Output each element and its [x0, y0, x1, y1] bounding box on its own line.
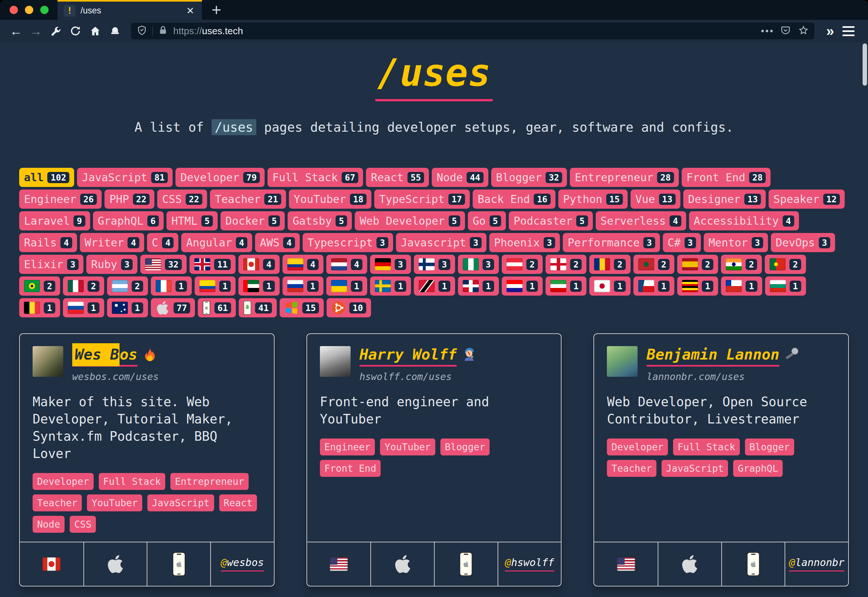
filter-flag-portugal[interactable]: 2: [765, 255, 806, 274]
filter-flag-mexico[interactable]: 2: [63, 276, 104, 296]
filter-apple[interactable]: 77: [151, 298, 195, 317]
filter-flag-bulgaria[interactable]: 1: [765, 276, 806, 296]
filter-typescript[interactable]: TypeScript17: [374, 190, 470, 209]
filter-serverless[interactable]: Serverless4: [596, 211, 686, 230]
filter-rails[interactable]: Rails4: [19, 233, 77, 252]
filter-html[interactable]: HTML5: [166, 211, 218, 230]
profile-tag-javascript[interactable]: JavaScript: [662, 460, 729, 477]
filter-php[interactable]: PHP22: [104, 190, 154, 209]
filter-flag-austria[interactable]: 2: [502, 255, 543, 274]
zoom-window-button[interactable]: [40, 6, 49, 14]
filter-c-[interactable]: C#3: [663, 233, 701, 252]
profile-uses-url[interactable]: wesbos.com/uses: [72, 371, 159, 382]
filter-flag-finland[interactable]: 3: [414, 255, 455, 274]
filter-writer[interactable]: Writer4: [80, 233, 144, 252]
filter-iphone[interactable]: 61: [198, 298, 236, 317]
forward-button[interactable]: →: [27, 23, 44, 39]
filter-flag-russia[interactable]: 1: [282, 276, 323, 296]
profile-tag-teacher[interactable]: Teacher: [33, 495, 82, 511]
hat-extension-icon[interactable]: [107, 23, 123, 39]
filter-teacher[interactable]: Teacher21: [210, 190, 286, 209]
filter-full-stack[interactable]: Full Stack67: [267, 168, 363, 187]
profile-name-link[interactable]: Wes Bos: [72, 346, 137, 367]
filter-angular[interactable]: Angular4: [181, 233, 252, 252]
filter-all[interactable]: all102: [19, 168, 74, 187]
filter-python[interactable]: Python15: [558, 190, 628, 209]
profile-tag-blogger[interactable]: Blogger: [745, 438, 794, 456]
filter-flag-united-arab-emirates[interactable]: 1: [239, 276, 279, 296]
menu-hamburger-icon[interactable]: [843, 26, 855, 36]
close-window-button[interactable]: [10, 6, 18, 14]
filter-mentor[interactable]: Mentor3: [704, 233, 768, 252]
wrench-icon[interactable]: [47, 23, 64, 39]
home-button[interactable]: [87, 23, 104, 39]
twitter-handle-link[interactable]: @lannonbr: [789, 556, 844, 572]
filter-performance[interactable]: Performance3: [563, 233, 660, 252]
twitter-handle-link[interactable]: @wesbos: [221, 556, 264, 572]
browser-tab-uses[interactable]: ! /uses ✕: [58, 0, 202, 20]
filter-typescript[interactable]: Typescript3: [303, 233, 393, 252]
tracking-shield-icon[interactable]: [137, 25, 147, 37]
bookmark-star-icon[interactable]: [798, 25, 809, 37]
profile-tag-css[interactable]: CSS: [70, 516, 96, 533]
filter-flag-sweden[interactable]: 1: [370, 276, 411, 296]
filter-flag-dominican-republic[interactable]: 1: [458, 276, 499, 296]
filter-accessibility[interactable]: Accessibility4: [689, 211, 799, 230]
filter-gatsby[interactable]: Gatsby5: [288, 211, 352, 230]
profile-tag-developer[interactable]: Developer: [607, 438, 668, 456]
filter-flag-united-kingdom[interactable]: 11: [190, 255, 236, 274]
page-scrollbar[interactable]: [862, 43, 867, 86]
twitter-handle-link[interactable]: @hswolff: [505, 556, 554, 572]
filter-javascript[interactable]: Javascript3: [396, 233, 487, 252]
filter-flag-australia[interactable]: 1: [107, 298, 148, 317]
filter-node[interactable]: Node44: [432, 168, 488, 187]
filter-blogger[interactable]: Blogger32: [491, 168, 567, 187]
reload-button[interactable]: [67, 23, 84, 39]
profile-tag-entrepreneur[interactable]: Entrepreneur: [170, 473, 249, 490]
filter-android[interactable]: 41: [239, 298, 277, 317]
filter-flag-brazil[interactable]: 2: [19, 276, 60, 296]
filter-flag-united-states[interactable]: 32: [140, 255, 187, 274]
filter-flag-uganda[interactable]: 1: [677, 276, 718, 296]
filter-devops[interactable]: DevOps3: [771, 233, 835, 252]
filter-flag-india[interactable]: 2: [721, 255, 762, 274]
filter-back-end[interactable]: Back End16: [473, 190, 555, 209]
filter-c[interactable]: C4: [147, 233, 179, 252]
filter-flag-germany[interactable]: 3: [370, 255, 411, 274]
filter-aws[interactable]: AWS4: [255, 233, 300, 252]
profile-tag-react[interactable]: React: [219, 495, 257, 511]
filter-flag-trinidad-and-tobago[interactable]: 1: [414, 276, 455, 296]
filter-flag-spain[interactable]: 2: [677, 255, 718, 274]
pocket-icon[interactable]: [780, 25, 791, 37]
profile-tag-teacher[interactable]: Teacher: [607, 460, 656, 477]
filter-go[interactable]: Go5: [468, 211, 506, 230]
filter-engineer[interactable]: Engineer26: [19, 190, 102, 209]
profile-uses-url[interactable]: hswolff.com/uses: [359, 371, 477, 382]
profile-tag-blogger[interactable]: Blogger: [441, 438, 490, 456]
page-actions-ellipsis-icon[interactable]: [761, 30, 773, 32]
filter-developer[interactable]: Developer79: [175, 168, 265, 187]
filter-flag-morocco[interactable]: 2: [634, 255, 674, 274]
profile-tag-youtuber[interactable]: YouTuber: [380, 438, 435, 456]
filter-windows[interactable]: 15: [280, 298, 324, 317]
profile-tag-javascript[interactable]: JavaScript: [147, 495, 214, 511]
filter-flag-ecuador[interactable]: 1: [194, 276, 236, 296]
filter-flag-canada[interactable]: 4: [239, 255, 279, 274]
filter-docker[interactable]: Docker5: [221, 211, 285, 230]
filter-flag-czechia[interactable]: 1: [634, 276, 674, 296]
filter-speaker[interactable]: Speaker12: [769, 190, 845, 209]
filter-designer[interactable]: Designer13: [683, 190, 766, 209]
filter-laravel[interactable]: Laravel9: [19, 211, 90, 230]
url-text[interactable]: https://uses.tech: [173, 25, 756, 36]
filter-vue[interactable]: Vue13: [631, 190, 680, 209]
toolbar-overflow-icon[interactable]: »: [826, 23, 832, 39]
filter-flag-chile[interactable]: 1: [721, 276, 762, 296]
filter-javascript[interactable]: JavaScript81: [77, 168, 172, 187]
filter-flag-france[interactable]: 1: [151, 276, 192, 296]
profile-name-link[interactable]: Benjamin Lannon: [647, 346, 779, 367]
filter-front-end[interactable]: Front End28: [682, 168, 771, 187]
filter-youtuber[interactable]: YouTuber18: [289, 190, 371, 209]
profile-tag-developer[interactable]: Developer: [33, 473, 93, 490]
profile-name-link[interactable]: Harry Wolff: [359, 346, 457, 367]
filter-flag-argentina[interactable]: 2: [107, 276, 148, 296]
